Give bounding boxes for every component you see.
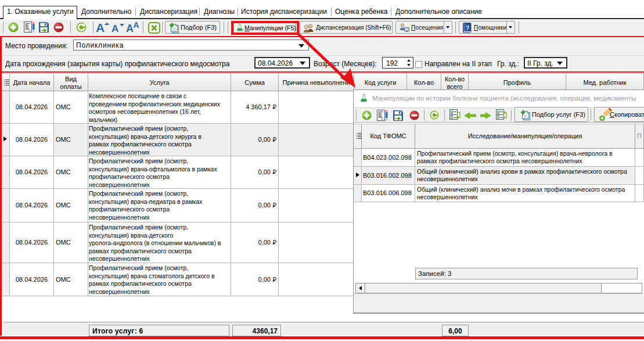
svg-text:A: A (96, 21, 105, 34)
svg-text:A: A (111, 23, 118, 34)
svg-text:A: A (134, 21, 139, 30)
svg-text:A: A (126, 23, 134, 34)
svg-text:?: ? (466, 24, 470, 31)
